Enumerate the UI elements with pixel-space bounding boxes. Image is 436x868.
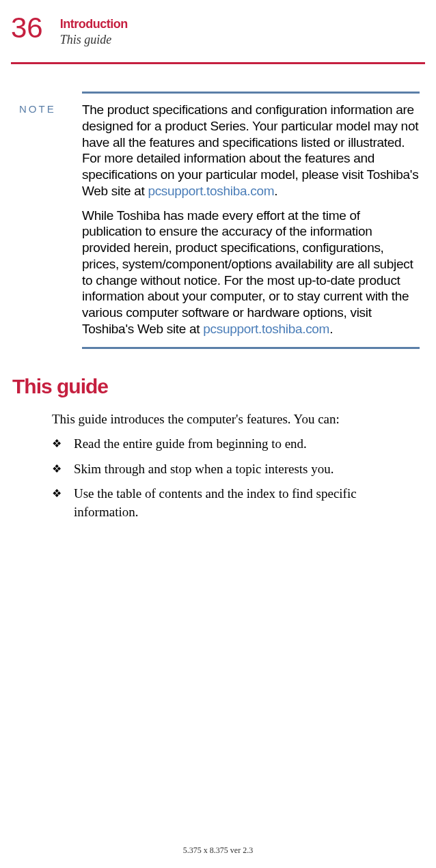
note-rule-top (82, 92, 420, 94)
bullet-icon: ❖ (52, 485, 62, 503)
note-link-1[interactable]: pcsupport.toshiba.com (148, 184, 274, 198)
note-block: NOTE The product specifications and conf… (19, 102, 420, 337)
header-titles: Introduction This guide (60, 14, 128, 47)
note-text: While Toshiba has made every effort at t… (82, 208, 413, 336)
list-item-text: Use the table of contents and the index … (74, 485, 420, 521)
note-rule-bottom (82, 347, 420, 349)
list-item: ❖ Skim through and stop when a topic int… (52, 460, 420, 479)
list-item: ❖ Read the entire guide from beginning t… (52, 435, 420, 453)
bullet-icon: ❖ (52, 435, 62, 453)
bullet-icon: ❖ (52, 460, 62, 478)
list-item: ❖ Use the table of contents and the inde… (52, 485, 420, 521)
section-subtitle: This guide (60, 33, 128, 47)
list-item-text: Skim through and stop when a topic inter… (74, 460, 333, 479)
bullet-list: ❖ Read the entire guide from beginning t… (52, 435, 420, 521)
page-number: 36 (11, 14, 43, 42)
page-header: 36 Introduction This guide (0, 0, 436, 47)
section-heading: This guide (12, 375, 436, 398)
body-intro: This guide introduces the computer's fea… (52, 410, 420, 429)
note-text: . (329, 322, 333, 336)
note-paragraph-1: The product specifications and configura… (82, 102, 420, 199)
note-text: . (274, 184, 277, 198)
page-footer: 5.375 x 8.375 ver 2.3 (0, 845, 436, 856)
note-paragraph-2: While Toshiba has made every effort at t… (82, 208, 420, 337)
note-link-2[interactable]: pcsupport.toshiba.com (203, 322, 329, 336)
note-label: NOTE (19, 102, 68, 337)
note-body: The product specifications and configura… (82, 102, 420, 337)
chapter-title: Introduction (60, 17, 128, 31)
header-rule (11, 62, 425, 64)
list-item-text: Read the entire guide from beginning to … (74, 435, 307, 453)
